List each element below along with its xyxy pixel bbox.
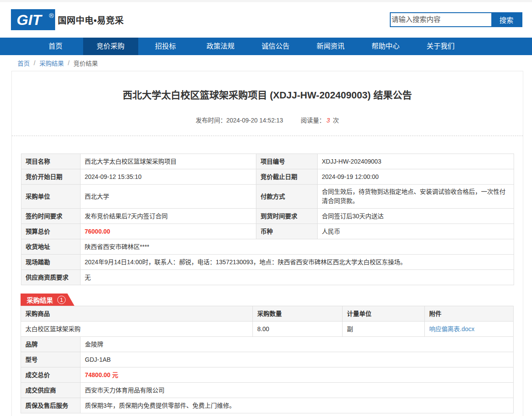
- article-meta: 发布时间：2024-09-20 14:52:13阅读量：3 次: [12, 116, 523, 125]
- views-unit: 次: [333, 117, 339, 124]
- bid-start-label: 竞价开始日期: [21, 169, 80, 185]
- project-info-table: 项目名称 西北大学太白校区篮球架采购项目 项目编号 XDJJ-HW-202409…: [21, 154, 514, 285]
- purchase-result-badge: 采购结果 1: [21, 294, 74, 306]
- currency-value: 人民币: [317, 224, 514, 239]
- delivery-time-label: 到货时间要求: [256, 209, 317, 224]
- bid-end-label: 竞价截止日期: [256, 169, 317, 185]
- signing-time-value: 发布竞价结果后7天内签订合同: [80, 209, 256, 224]
- nav-item-news[interactable]: 新闻资讯: [303, 38, 358, 55]
- nav-item-integrity-notice[interactable]: 诚信公告: [248, 38, 303, 55]
- currency-label: 币种: [256, 224, 317, 239]
- signing-time-label: 签约时间要求: [21, 209, 80, 224]
- views-label: 阅读量：: [301, 117, 325, 124]
- project-number-value: XDJJ-HW-202409003: [317, 154, 514, 169]
- table-row: 型号 GDJ-1AB: [21, 352, 514, 367]
- breadcrumb-purchase-results[interactable]: 采购结果: [39, 59, 64, 67]
- search-input[interactable]: [391, 13, 491, 26]
- badge-label: 采购结果: [27, 295, 53, 304]
- attachment-column-header: 附件: [425, 306, 514, 322]
- table-row: 品牌 金陵牌: [21, 337, 514, 352]
- search-bar: 搜索: [390, 12, 522, 27]
- deal-price-label: 成交总价: [21, 367, 80, 383]
- model-label: 型号: [21, 352, 80, 367]
- product-column-header: 采购商品: [21, 306, 253, 322]
- payment-method-label: 付款方式: [256, 185, 317, 209]
- purchase-result-table: 采购商品 采购数量 计量单位 附件 太白校区篮球架采购 8.00 副 响应偏离表…: [21, 306, 514, 413]
- budget-value: 76000.00: [80, 224, 256, 239]
- brand-value: 金陵牌: [80, 337, 514, 352]
- main-nav: 首页 竞价采购 招投标 政策法规 诚信公告 新闻资讯 帮助中心 关于我们: [0, 38, 532, 55]
- breadcrumb-separator: /: [30, 59, 39, 66]
- unit-cell: 副: [343, 322, 425, 337]
- nav-item-about-us[interactable]: 关于我们: [413, 38, 468, 55]
- registered-trademark-icon: ®: [49, 12, 54, 19]
- supplier-qualification-value: 无: [80, 270, 514, 285]
- delivery-address-value: 陕西省西安市碑林区****: [80, 239, 514, 255]
- table-row: 太白校区篮球架采购 8.00 副 响应偏离表.docx: [21, 322, 514, 337]
- table-row: 收货地址 陕西省西安市碑林区****: [21, 239, 514, 255]
- badge-number-circle-icon: 1: [57, 296, 66, 304]
- table-row: 供应商资质要求 无: [21, 270, 514, 285]
- logo-text: GIT: [17, 12, 42, 27]
- page-title: 西北大学太白校区篮球架采购项目 (XDJJ-HW-202409003) 结果公告: [12, 89, 523, 102]
- nav-item-help-center[interactable]: 帮助中心: [358, 38, 413, 55]
- publish-time-value: 2024-09-20 14:52:13: [226, 117, 283, 124]
- table-row: 签约时间要求 发布竞价结果后7天内签订合同 到货时间要求 合同签订后30天内送达: [21, 209, 514, 224]
- project-name-label: 项目名称: [21, 154, 80, 169]
- table-header-row: 采购商品 采购数量 计量单位 附件: [21, 306, 514, 322]
- nav-item-home[interactable]: 首页: [28, 38, 83, 55]
- purchaser-value: 西北大学: [80, 185, 256, 209]
- table-row: 竞价开始日期 2024-09-12 15:35:10 竞价截止日期 2024-0…: [21, 169, 514, 185]
- site-header: GIT ® 国网中电•易竞采 搜索: [0, 2, 532, 38]
- search-button[interactable]: 搜索: [491, 13, 522, 26]
- table-row: 预算总价 76000.00 币种 人民币: [21, 224, 514, 239]
- bid-end-value: 2024-09-19 12:00:00: [317, 169, 514, 185]
- table-row: 成交总价 74800.00 元: [21, 367, 514, 383]
- breadcrumb-home[interactable]: 首页: [18, 59, 30, 67]
- supplier-qualification-label: 供应商资质要求: [21, 270, 80, 285]
- views-count: 3: [325, 117, 331, 124]
- breadcrumb-current: 竞价结果: [74, 59, 98, 67]
- nav-item-tendering[interactable]: 招投标: [138, 38, 193, 55]
- quantity-column-header: 采购数量: [253, 306, 343, 322]
- site-name: 国网中电•易竞采: [58, 2, 124, 38]
- winning-supplier-label: 成交供应商: [21, 383, 80, 398]
- purchase-result-section: 采购结果 1 采购商品 采购数量 计量单位 附件 太白校区篮球架采购 8.00 …: [21, 294, 513, 413]
- bid-start-value: 2024-09-12 15:35:10: [80, 169, 256, 185]
- unit-column-header: 计量单位: [343, 306, 425, 322]
- budget-label: 预算总价: [21, 224, 80, 239]
- warranty-value: 质保期3年，质保期内免费提供零部件、免费上门维修。: [80, 398, 514, 413]
- dashed-divider: [12, 136, 523, 136]
- breadcrumb: 首页 / 采购结果 / 竞价结果: [0, 55, 532, 71]
- deal-price-value: 74800.00 元: [80, 367, 514, 383]
- table-row: 采购单位 西北大学 付款方式 合同生效后，待货物到达指定地点、安装调试验收合格后…: [21, 185, 514, 209]
- table-row: 质保及售后服务 质保期3年，质保期内免费提供零部件、免费上门维修。: [21, 398, 514, 413]
- content-card: 西北大学太白校区篮球架采购项目 (XDJJ-HW-202409003) 结果公告…: [11, 71, 523, 416]
- brand-label: 品牌: [21, 337, 80, 352]
- delivery-time-value: 合同签订后30天内送达: [317, 209, 514, 224]
- product-name-cell: 太白校区篮球架采购: [21, 322, 253, 337]
- project-number-label: 项目编号: [256, 154, 317, 169]
- project-name-value: 西北大学太白校区篮球架采购项目: [80, 154, 256, 169]
- quantity-cell: 8.00: [253, 322, 343, 337]
- nav-item-policies[interactable]: 政策法规: [193, 38, 248, 55]
- purchaser-label: 采购单位: [21, 185, 80, 209]
- table-row: 现场踏勘 2024年9月14日14:00时，联系人：郝锐，电话：13572130…: [21, 255, 514, 270]
- nav-item-bidding-purchase[interactable]: 竞价采购: [83, 38, 138, 55]
- main-nav-inner: 首页 竞价采购 招投标 政策法规 诚信公告 新闻资讯 帮助中心 关于我们: [0, 38, 532, 55]
- site-logo[interactable]: GIT ®: [11, 9, 55, 30]
- winning-supplier-value: 西安市天力体育用品有限公司: [80, 383, 514, 398]
- attachment-link[interactable]: 响应偏离表.docx: [429, 325, 474, 332]
- site-visit-value: 2024年9月14日14:00时，联系人：郝锐，电话：13572130093，地…: [80, 255, 514, 270]
- site-visit-label: 现场踏勘: [21, 255, 80, 270]
- model-value: GDJ-1AB: [80, 352, 514, 367]
- breadcrumb-separator: /: [64, 59, 74, 66]
- table-row: 成交供应商 西安市天力体育用品有限公司: [21, 383, 514, 398]
- delivery-address-label: 收货地址: [21, 239, 80, 255]
- warranty-label: 质保及售后服务: [21, 398, 80, 413]
- publish-time-label: 发布时间：: [196, 117, 226, 124]
- attachment-cell: 响应偏离表.docx: [425, 322, 514, 337]
- table-row: 项目名称 西北大学太白校区篮球架采购项目 项目编号 XDJJ-HW-202409…: [21, 154, 514, 169]
- payment-method-value: 合同生效后，待货物到达指定地点、安装调试验收合格后，一次性付清合同货款。: [317, 185, 514, 209]
